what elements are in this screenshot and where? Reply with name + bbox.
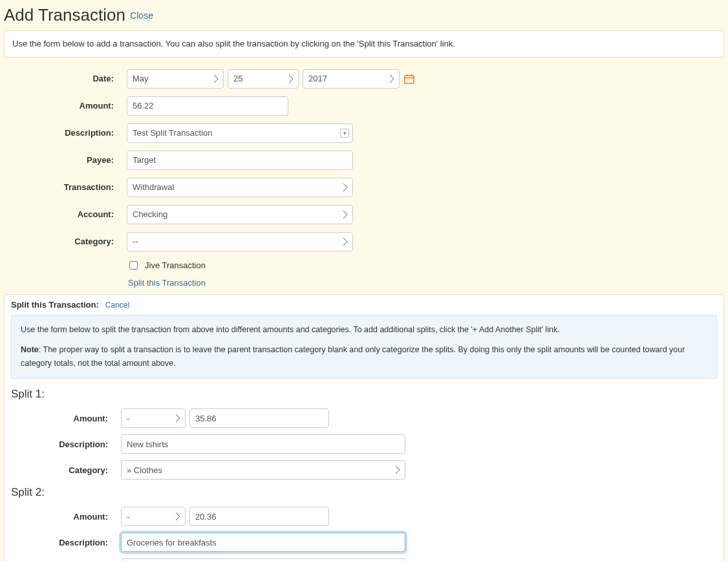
split-section: Split this Transaction: Cancel Use the f… — [4, 294, 724, 562]
date-label: Date: — [4, 74, 127, 83]
split-transaction-link[interactable]: Split this Transaction — [128, 278, 206, 288]
info-box: Use the form below to add a transaction.… — [4, 30, 724, 58]
split-1-category-label: Category: — [11, 465, 121, 475]
split-note: Use the form below to split the transact… — [11, 315, 717, 379]
payee-label: Payee: — [4, 155, 127, 165]
split-2-description-input[interactable] — [121, 533, 405, 552]
year-select[interactable]: 2017 — [303, 69, 400, 89]
split-1-sign-select[interactable]: - — [121, 408, 186, 428]
split-1-title: Split 1: — [11, 388, 717, 401]
amount-label: Amount: — [4, 101, 127, 111]
category-label: Category: — [4, 237, 127, 246]
split-note-bold: Note — [21, 345, 39, 354]
split-1-amount-input[interactable] — [189, 408, 329, 428]
page-title: Add Transaction Close — [4, 5, 724, 25]
category-select[interactable]: -- — [127, 232, 353, 251]
split-2-sign-select[interactable]: - — [121, 507, 186, 526]
split-2-amount-label: Amount: — [11, 512, 121, 522]
split-note-line1: Use the form below to split the transact… — [21, 323, 707, 337]
split-1-amount-label: Amount: — [11, 414, 121, 423]
split-2-title: Split 2: — [11, 486, 717, 499]
description-label: Description: — [4, 128, 127, 138]
split-2-amount-input[interactable] — [189, 507, 329, 526]
payee-input[interactable] — [127, 151, 353, 170]
split-2-description-label: Description: — [11, 538, 121, 547]
transaction-label: Transaction: — [4, 182, 127, 192]
month-select[interactable]: May — [127, 69, 224, 89]
split-1-description-input[interactable] — [121, 434, 405, 454]
jive-checkbox[interactable] — [129, 261, 138, 270]
close-link[interactable]: Close — [130, 10, 153, 21]
jive-label: Jive Transaction — [145, 260, 206, 270]
split-2-category-select[interactable]: » Groceries — [121, 558, 405, 561]
account-select[interactable]: Checking — [127, 205, 353, 224]
split-header: Split this Transaction: — [11, 300, 99, 310]
title-text: Add Transaction — [4, 5, 125, 25]
cancel-link[interactable]: Cancel — [105, 301, 129, 310]
split-note-line2: : The proper way to split a transaction … — [21, 345, 685, 368]
transaction-select[interactable]: Withdrawal — [127, 178, 353, 197]
svg-rect-0 — [405, 76, 414, 83]
split-1-description-label: Description: — [11, 439, 121, 449]
day-select[interactable]: 25 — [228, 69, 299, 89]
description-input[interactable] — [127, 123, 353, 143]
amount-input[interactable] — [127, 96, 288, 116]
split-1-category-select[interactable]: » Clothes — [121, 460, 405, 480]
calendar-icon[interactable] — [403, 73, 415, 85]
account-label: Account: — [4, 209, 127, 219]
